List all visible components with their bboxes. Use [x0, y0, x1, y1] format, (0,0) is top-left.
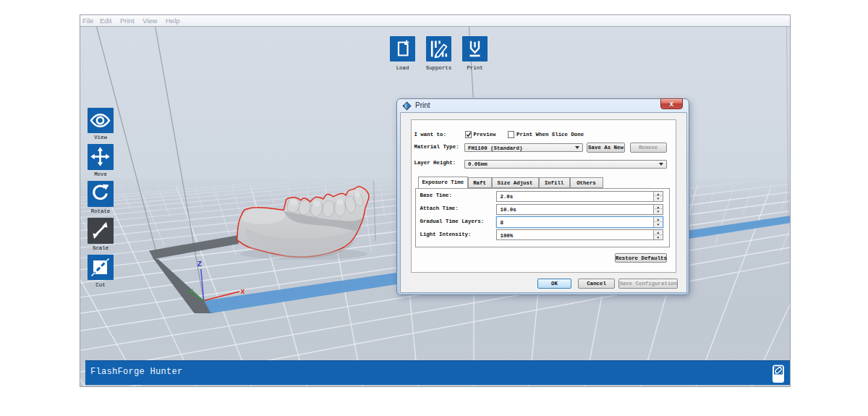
svg-text:Z: Z: [197, 260, 203, 268]
svg-text:x: x: [241, 288, 245, 296]
